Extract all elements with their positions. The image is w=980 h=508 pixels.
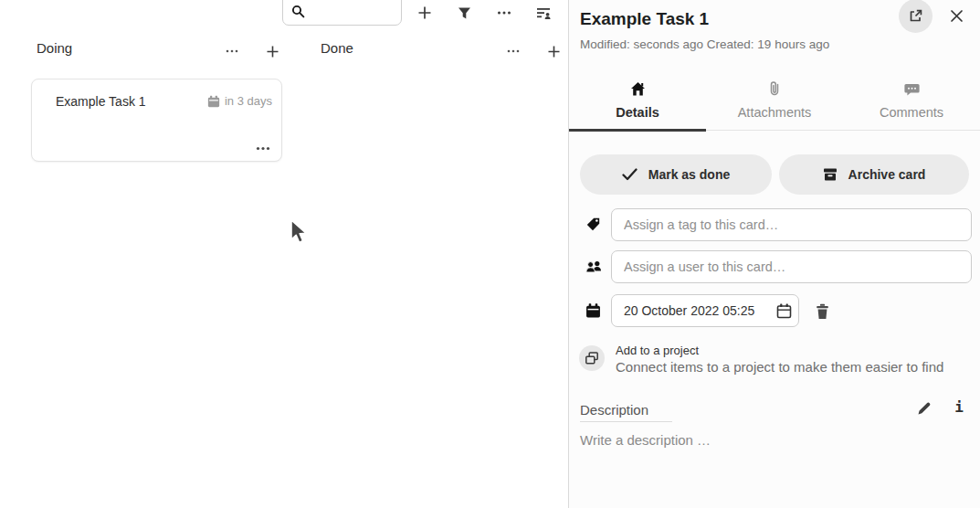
plus-icon: [547, 45, 561, 58]
user-row: [569, 250, 980, 283]
app-window: Doing Done: [0, 0, 980, 508]
paperclip-icon: [768, 80, 781, 97]
card-menu-button[interactable]: [256, 140, 270, 153]
add-to-project-row[interactable]: Add to a project Connect items to a proj…: [569, 342, 980, 376]
plus-icon: [266, 45, 279, 58]
sort-tasks-button[interactable]: [535, 5, 552, 21]
column-add-button[interactable]: [263, 42, 281, 60]
open-external-button[interactable]: [899, 0, 933, 33]
description-label: Description: [580, 402, 672, 422]
ellipsis-icon: [507, 49, 520, 53]
archive-card-label: Archive card: [848, 167, 926, 182]
pencil-icon: [917, 401, 932, 416]
search-box[interactable]: [282, 0, 402, 26]
edit-description-button[interactable]: [914, 398, 934, 418]
card-due-label: in 3 days: [225, 94, 272, 108]
project-copy-icon: [585, 351, 599, 365]
project-row-title: Add to a project: [616, 344, 699, 357]
tab-details[interactable]: Details: [569, 73, 706, 132]
assign-tag-input[interactable]: [611, 208, 972, 241]
filter-button[interactable]: [456, 5, 472, 21]
column-title: Done: [321, 40, 353, 56]
column-header-done: Done: [321, 40, 564, 62]
users-icon: [585, 259, 603, 274]
ellipsis-icon: [226, 49, 238, 53]
plus-icon: [417, 5, 432, 20]
panel-title: Example Task 1: [580, 9, 709, 29]
tag-row: [569, 208, 980, 241]
description-placeholder[interactable]: Write a description …: [580, 432, 711, 448]
close-icon: [950, 9, 964, 23]
due-date-input[interactable]: [611, 294, 799, 327]
calendar-icon: [585, 303, 601, 319]
ellipsis-icon: [497, 11, 511, 15]
panel-meta: Modified: seconds ago Created: 19 hours …: [580, 37, 829, 51]
column-header-doing: Doing: [37, 40, 292, 62]
card-details-panel: Example Task 1 Modified: seconds ago Cre…: [568, 0, 980, 508]
mouse-cursor: [290, 219, 310, 247]
column-menu-button[interactable]: [504, 42, 522, 60]
card-title: Example Task 1: [56, 94, 146, 109]
info-icon[interactable]: i: [949, 397, 969, 417]
tab-label: Attachments: [738, 105, 812, 120]
mark-as-done-button[interactable]: Mark as done: [580, 154, 772, 195]
open-calendar-button[interactable]: [774, 301, 794, 321]
trash-icon: [815, 303, 830, 320]
external-link-icon: [908, 8, 923, 24]
check-icon: [622, 168, 638, 181]
task-card[interactable]: Example Task 1 in 3 days: [31, 79, 282, 162]
panel-tabs: Details Attachments Comments: [569, 73, 980, 131]
board-menu-button[interactable]: [496, 5, 512, 21]
comment-icon: [904, 83, 920, 97]
due-date-row: [569, 294, 980, 327]
tab-label: Details: [616, 105, 659, 120]
remove-due-date-button[interactable]: [812, 302, 832, 322]
search-icon: [291, 5, 305, 18]
column-add-button[interactable]: [544, 42, 563, 60]
tab-label: Comments: [880, 105, 943, 120]
calendar-icon: [207, 95, 220, 108]
filter-icon: [458, 6, 471, 20]
archive-icon: [823, 167, 838, 182]
ellipsis-icon: [256, 146, 270, 151]
column-title: Doing: [37, 40, 72, 56]
project-row-subtitle: Connect items to a project to make them …: [616, 359, 943, 375]
kanban-board: Doing Done: [0, 0, 568, 508]
add-card-button[interactable]: [416, 5, 433, 21]
card-due-date: in 3 days: [207, 94, 272, 108]
calendar-outline-icon: [775, 302, 793, 320]
assign-user-input[interactable]: [611, 250, 972, 283]
tab-attachments[interactable]: Attachments: [706, 73, 843, 132]
close-panel-button[interactable]: [947, 6, 965, 25]
home-icon: [630, 81, 646, 97]
tag-icon: [585, 217, 601, 233]
sort-tasks-icon: [536, 5, 552, 20]
column-menu-button[interactable]: [223, 42, 241, 60]
tab-comments[interactable]: Comments: [843, 73, 980, 132]
archive-card-button[interactable]: Archive card: [779, 154, 969, 195]
mark-as-done-label: Mark as done: [648, 167, 730, 182]
project-icon-circle: [579, 345, 605, 371]
